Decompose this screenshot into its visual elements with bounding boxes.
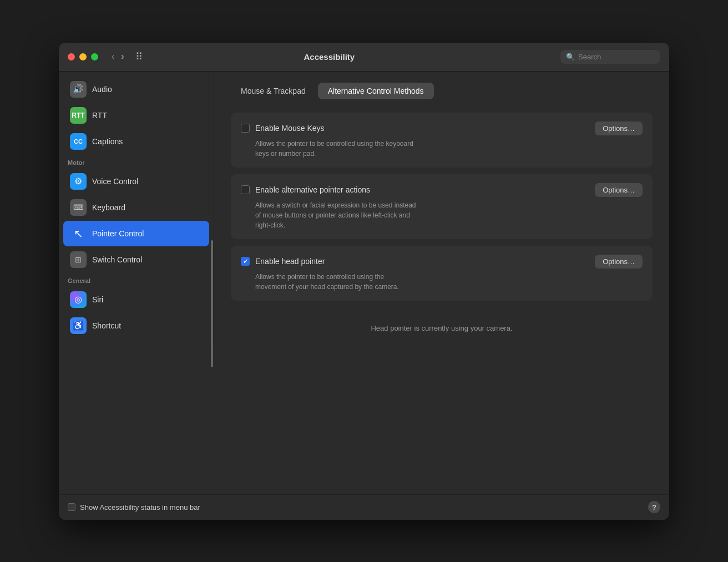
camera-status-text: Head pointer is currently using your cam… [231, 318, 653, 338]
sidebar-item-label: Captions [92, 137, 123, 146]
menu-bar-label: Show Accessibility status in menu bar [80, 503, 200, 512]
setting-block-head-pointer: Enable head pointer Options… Allows the … [231, 246, 653, 301]
head-pointer-title: Enable head pointer [255, 257, 325, 266]
sidebar-item-pointer-control[interactable]: ↖ Pointer Control [63, 221, 209, 246]
sidebar-item-label: Switch Control [92, 255, 142, 264]
sidebar: 🔊 Audio RTT RTT CC Captions Motor ⚙ [59, 72, 214, 343]
head-pointer-checkbox[interactable] [241, 257, 250, 266]
mouse-keys-description: Allows the pointer to be controlled usin… [255, 139, 643, 159]
bottom-checkbox-area: Show Accessibility status in menu bar [68, 503, 648, 512]
fullscreen-button[interactable] [91, 53, 98, 60]
sidebar-item-siri[interactable]: ◎ Siri [63, 287, 209, 312]
siri-icon: ◎ [70, 291, 87, 308]
help-button[interactable]: ? [648, 501, 660, 513]
voice-control-icon: ⚙ [70, 173, 87, 190]
tab-alternative-control[interactable]: Alternative Control Methods [318, 83, 434, 99]
sidebar-item-label: RTT [92, 111, 107, 120]
shortcut-icon: ♿ [70, 317, 87, 334]
sidebar-wrapper: 🔊 Audio RTT RTT CC Captions Motor ⚙ [59, 72, 214, 494]
sidebar-item-keyboard[interactable]: ⌨ Keyboard [63, 195, 209, 220]
pointer-control-icon: ↖ [70, 225, 87, 242]
sidebar-item-label: Pointer Control [92, 229, 144, 238]
section-label-motor: Motor [59, 155, 214, 168]
setting-header-alt-pointer: Enable alternative pointer actions Optio… [241, 183, 643, 197]
search-icon: 🔍 [566, 53, 575, 61]
main-content: Mouse & Trackpad Alternative Control Met… [214, 72, 669, 494]
setting-block-mouse-keys: Enable Mouse Keys Options… Allows the po… [231, 113, 653, 168]
sidebar-item-voice-control[interactable]: ⚙ Voice Control [63, 169, 209, 194]
sidebar-item-switch-control[interactable]: ⊞ Switch Control [63, 247, 209, 272]
search-input[interactable] [578, 53, 655, 61]
setting-left-head-pointer: Enable head pointer [241, 257, 595, 266]
content-area: 🔊 Audio RTT RTT CC Captions Motor ⚙ [59, 72, 669, 494]
mouse-keys-options-button[interactable]: Options… [595, 121, 643, 135]
captions-icon: CC [70, 133, 87, 150]
minimize-button[interactable] [79, 53, 87, 60]
alt-pointer-checkbox[interactable] [241, 185, 250, 194]
window-title: Accessibility [98, 52, 560, 62]
setting-header-mouse-keys: Enable Mouse Keys Options… [241, 121, 643, 135]
keyboard-icon: ⌨ [70, 199, 87, 216]
sidebar-item-label: Shortcut [92, 321, 121, 330]
tab-mouse-trackpad[interactable]: Mouse & Trackpad [231, 83, 316, 99]
bottom-bar: Show Accessibility status in menu bar ? [59, 494, 669, 520]
scrollbar-thumb[interactable] [211, 240, 213, 367]
sidebar-item-shortcut[interactable]: ♿ Shortcut [63, 313, 209, 338]
alt-pointer-options-button[interactable]: Options… [595, 183, 643, 197]
switch-control-icon: ⊞ [70, 251, 87, 268]
menu-bar-checkbox[interactable] [68, 503, 75, 511]
mouse-keys-checkbox[interactable] [241, 124, 250, 133]
scrollbar-track [210, 72, 214, 494]
head-pointer-options-button[interactable]: Options… [595, 255, 643, 269]
titlebar: ‹ › ⠿ Accessibility 🔍 [59, 43, 669, 72]
sidebar-item-captions[interactable]: CC Captions [63, 129, 209, 154]
section-label-general: General [59, 273, 214, 286]
close-button[interactable] [68, 53, 75, 60]
sidebar-item-audio[interactable]: 🔊 Audio [63, 77, 209, 102]
alt-pointer-description: Allows a switch or facial expression to … [255, 200, 643, 230]
head-pointer-description: Allows the pointer to be controlled usin… [255, 272, 643, 292]
tab-bar: Mouse & Trackpad Alternative Control Met… [231, 83, 653, 99]
alt-pointer-title: Enable alternative pointer actions [255, 185, 370, 194]
sidebar-item-label: Audio [92, 85, 112, 94]
sidebar-item-label: Voice Control [92, 177, 138, 186]
mouse-keys-title: Enable Mouse Keys [255, 124, 325, 133]
rtt-icon: RTT [70, 107, 87, 124]
traffic-lights [68, 53, 98, 60]
main-window: ‹ › ⠿ Accessibility 🔍 🔊 Audio RTT RTT [59, 43, 669, 520]
setting-block-alt-pointer: Enable alternative pointer actions Optio… [231, 174, 653, 239]
setting-left-mouse-keys: Enable Mouse Keys [241, 124, 595, 133]
sidebar-item-rtt[interactable]: RTT RTT [63, 103, 209, 128]
setting-header-head-pointer: Enable head pointer Options… [241, 255, 643, 269]
setting-left-alt-pointer: Enable alternative pointer actions [241, 185, 595, 194]
sidebar-item-label: Siri [92, 295, 103, 304]
audio-icon: 🔊 [70, 81, 87, 98]
sidebar-item-label: Keyboard [92, 203, 125, 212]
search-box: 🔍 [560, 50, 660, 64]
